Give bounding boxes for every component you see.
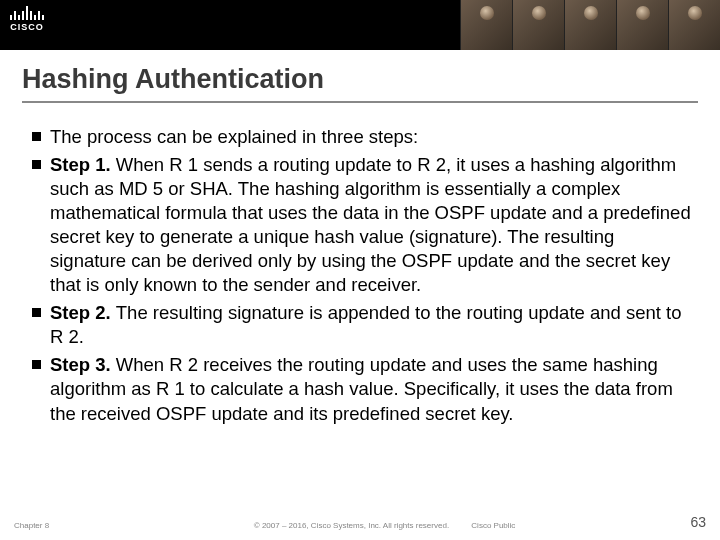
slide-title: Hashing Authentication [22, 64, 720, 95]
bullet-text: Step 2. The resulting signature is appen… [50, 301, 694, 349]
top-bar: CISCO [0, 0, 720, 50]
header-photo-strip [460, 0, 720, 50]
bullet-text: Step 3. When R 2 receives the routing up… [50, 353, 694, 425]
bullet-text: The process can be explained in three st… [50, 125, 418, 149]
cisco-logo: CISCO [10, 6, 44, 32]
bullet-icon [32, 160, 41, 169]
photo-segment [564, 0, 616, 50]
logo-bars-icon [10, 6, 44, 20]
photo-segment [668, 0, 720, 50]
title-underline [22, 101, 698, 103]
photo-segment [512, 0, 564, 50]
slide: CISCO Hashing Authentication The process… [0, 0, 720, 540]
footer-copyright: © 2007 – 2016, Cisco Systems, Inc. All r… [254, 521, 449, 530]
bullet-icon [32, 132, 41, 141]
photo-segment [616, 0, 668, 50]
logo-text: CISCO [10, 22, 44, 32]
footer-chapter: Chapter 8 [14, 521, 49, 530]
footer: Chapter 8 © 2007 – 2016, Cisco Systems, … [0, 521, 720, 530]
bullet-item: Step 2. The resulting signature is appen… [32, 301, 694, 349]
photo-segment [460, 0, 512, 50]
page-number: 63 [690, 514, 706, 530]
bullet-icon [32, 308, 41, 317]
bullet-text: Step 1. When R 1 sends a routing update … [50, 153, 694, 297]
bullet-item: The process can be explained in three st… [32, 125, 694, 149]
bullet-item: Step 3. When R 2 receives the routing up… [32, 353, 694, 425]
content-area: The process can be explained in three st… [32, 125, 694, 426]
bullet-item: Step 1. When R 1 sends a routing update … [32, 153, 694, 297]
bullet-icon [32, 360, 41, 369]
footer-public: Cisco Public [471, 521, 515, 530]
footer-center: © 2007 – 2016, Cisco Systems, Inc. All r… [49, 521, 720, 530]
